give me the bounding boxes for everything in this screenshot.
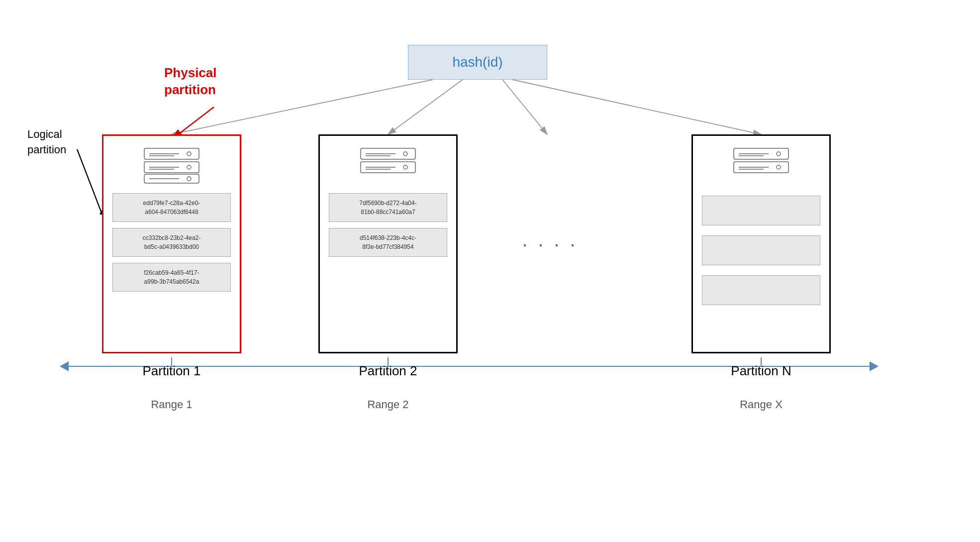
- server-icon-p1: [142, 146, 201, 186]
- record-p2-2: d514f638-223b-4c4c-8f3e-bd77cf384954: [329, 228, 447, 257]
- svg-line-7: [77, 149, 102, 214]
- record-p1-3: f26cab59-4a65-4f17-a99b-3b745ab6542a: [112, 263, 231, 292]
- range-n-label: Range X: [691, 398, 831, 411]
- svg-point-27: [403, 165, 407, 169]
- dots-separator: · · · ·: [522, 234, 578, 255]
- record-pn-3: [702, 275, 820, 305]
- svg-line-1: [388, 80, 463, 134]
- server-icon-pn: [731, 146, 791, 186]
- record-pn-2: [702, 235, 820, 265]
- diagram-container: hash(id) Physical partition Logical part…: [0, 0, 980, 542]
- h-arrow-left: [60, 361, 69, 371]
- svg-point-23: [403, 152, 407, 156]
- svg-line-3: [502, 80, 547, 134]
- range-2-label: Range 2: [318, 398, 458, 411]
- record-p2-1: 7df5690b-d272-4a04-81b0-88cc741a60a7: [329, 193, 447, 222]
- partition-n-label: Partition N: [691, 363, 831, 379]
- partition-1-box: edd79fe7-c28a-42e0-a604-847063df8448 cc3…: [102, 134, 241, 353]
- record-pn-1: [702, 196, 820, 225]
- partition-n-box: [691, 134, 831, 353]
- server-icon-p2: [358, 146, 418, 186]
- partition-2-label: Partition 2: [318, 363, 458, 379]
- svg-point-16: [187, 165, 191, 169]
- svg-point-35: [777, 165, 781, 169]
- partition-1-label: Partition 1: [102, 363, 241, 379]
- svg-line-2: [512, 80, 761, 134]
- record-p1-1: edd79fe7-c28a-42e0-a604-847063df8448: [112, 193, 231, 222]
- svg-point-12: [187, 152, 191, 156]
- h-arrow-right: [870, 361, 879, 371]
- physical-partition-label: Physical partition: [164, 65, 217, 99]
- record-p1-2: cc332bc8-23b2-4ea2-bd5c-a0439633bd00: [112, 228, 231, 257]
- svg-point-31: [777, 152, 781, 156]
- hash-box-label: hash(id): [452, 54, 502, 70]
- hash-box: hash(id): [408, 45, 547, 80]
- logical-partition-label: Logical partition: [27, 127, 66, 158]
- svg-point-19: [187, 177, 191, 181]
- range-1-label: Range 1: [102, 398, 241, 411]
- partition-2-box: 7df5690b-d272-4a04-81b0-88cc741a60a7 d51…: [318, 134, 458, 353]
